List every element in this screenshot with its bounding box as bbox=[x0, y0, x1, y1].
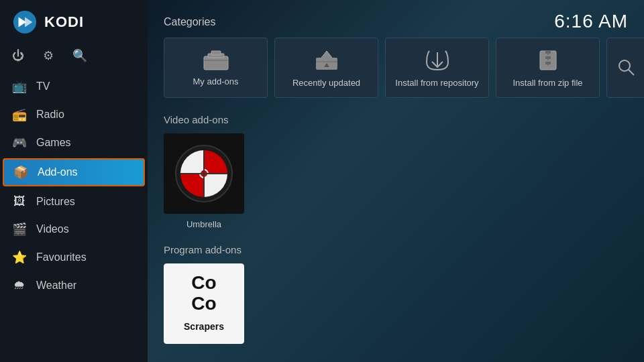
sidebar: KODI ⏻ ⚙ 🔍 📺 TV 📻 Radio 🎮 Games 📦 Add-on… bbox=[0, 0, 148, 362]
categories-row: My add-ons Recently updated bbox=[164, 38, 628, 98]
category-my-add-ons[interactable]: My add-ons bbox=[164, 38, 268, 98]
sidebar-item-add-ons[interactable]: 📦 Add-ons bbox=[3, 158, 145, 186]
sidebar-item-games-label: Games bbox=[36, 137, 71, 149]
recently-updated-label: Recently updated bbox=[292, 78, 360, 88]
coco-text: CoCoScrapers bbox=[184, 273, 224, 335]
sidebar-item-games[interactable]: 🎮 Games bbox=[0, 129, 148, 157]
category-recently-updated[interactable]: Recently updated bbox=[274, 38, 378, 98]
program-addons-row: CoCoScrapers bbox=[164, 263, 628, 344]
install-from-repo-label: Install from repository bbox=[395, 78, 478, 88]
category-install-from-repo[interactable]: Install from repository bbox=[385, 38, 489, 98]
recently-updated-icon bbox=[313, 48, 340, 72]
power-icon[interactable]: ⏻ bbox=[12, 49, 24, 63]
sidebar-nav: 📺 TV 📻 Radio 🎮 Games 📦 Add-ons 🖼 Picture… bbox=[0, 72, 148, 299]
category-search[interactable] bbox=[606, 38, 644, 98]
umbrella-thumb bbox=[164, 133, 244, 214]
install-from-zip-icon bbox=[535, 48, 561, 72]
video-addons-row: Umbrella bbox=[164, 133, 628, 229]
search-category-icon bbox=[616, 58, 637, 78]
umbrella-label: Umbrella bbox=[186, 219, 221, 229]
install-from-repo-icon bbox=[424, 48, 451, 72]
sidebar-item-favourites-label: Favourites bbox=[36, 251, 87, 263]
kodi-logo-icon bbox=[12, 9, 38, 35]
sidebar-item-radio-label: Radio bbox=[36, 109, 64, 121]
videos-icon: 🎬 bbox=[12, 222, 27, 237]
svg-point-15 bbox=[619, 60, 630, 71]
sidebar-item-videos[interactable]: 🎬 Videos bbox=[0, 215, 148, 243]
sidebar-item-add-ons-label: Add-ons bbox=[38, 166, 78, 178]
add-ons-icon: 📦 bbox=[13, 165, 28, 180]
time-display: 6:16 AM bbox=[554, 11, 628, 32]
umbrella-svg bbox=[174, 143, 234, 204]
sidebar-item-tv-label: TV bbox=[36, 80, 50, 93]
pictures-icon: 🖼 bbox=[12, 194, 27, 208]
games-icon: 🎮 bbox=[12, 135, 27, 150]
radio-icon: 📻 bbox=[12, 107, 27, 122]
coco-box: CoCoScrapers bbox=[164, 263, 244, 344]
sidebar-item-videos-label: Videos bbox=[36, 223, 69, 235]
svg-rect-3 bbox=[204, 56, 228, 70]
coco-scrapers-thumb: CoCoScrapers bbox=[164, 263, 244, 344]
install-from-zip-label: Install from zip file bbox=[513, 78, 582, 88]
my-add-ons-label: My add-ons bbox=[193, 76, 239, 86]
category-install-from-zip[interactable]: Install from zip file bbox=[496, 38, 600, 98]
sidebar-item-tv[interactable]: 📺 TV bbox=[0, 72, 148, 101]
sidebar-top-icons: ⏻ ⚙ 🔍 bbox=[0, 44, 148, 70]
sidebar-item-favourites[interactable]: ⭐ Favourites bbox=[0, 243, 148, 272]
program-addons-title: Program add-ons bbox=[164, 244, 628, 255]
main-content: 6:16 AM Categories My add-ons bbox=[148, 0, 644, 362]
svg-rect-5 bbox=[211, 51, 221, 55]
sidebar-item-weather-label: Weather bbox=[36, 280, 76, 292]
sidebar-item-weather[interactable]: 🌧 Weather bbox=[0, 272, 148, 299]
app-title: KODI bbox=[44, 13, 84, 31]
settings-icon[interactable]: ⚙ bbox=[43, 48, 54, 63]
search-icon[interactable]: 🔍 bbox=[72, 48, 87, 63]
sidebar-item-pictures-label: Pictures bbox=[36, 196, 75, 208]
svg-rect-11 bbox=[545, 51, 551, 54]
sidebar-header: KODI bbox=[0, 0, 148, 44]
addon-umbrella[interactable]: Umbrella bbox=[164, 133, 244, 229]
video-addons-section: Video add-ons bbox=[164, 114, 628, 229]
sidebar-item-radio[interactable]: 📻 Radio bbox=[0, 101, 148, 129]
sidebar-item-pictures[interactable]: 🖼 Pictures bbox=[0, 188, 148, 215]
favourites-icon: ⭐ bbox=[12, 250, 27, 265]
program-addons-section: Program add-ons CoCoScrapers bbox=[164, 244, 628, 344]
svg-line-16 bbox=[629, 70, 634, 75]
addon-coco-scrapers[interactable]: CoCoScrapers bbox=[164, 263, 244, 344]
tv-icon: 📺 bbox=[12, 79, 27, 94]
my-add-ons-icon bbox=[203, 50, 229, 71]
video-addons-title: Video add-ons bbox=[164, 114, 628, 125]
weather-icon: 🌧 bbox=[12, 278, 27, 292]
